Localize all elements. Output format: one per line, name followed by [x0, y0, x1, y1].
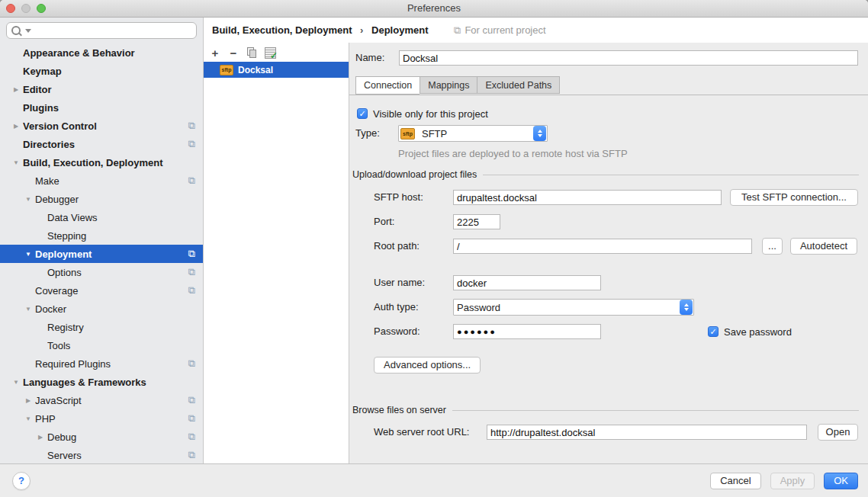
minimize-window-button[interactable]	[21, 4, 31, 13]
port-input[interactable]	[453, 214, 500, 229]
sidebar-item-label: Deployment	[35, 248, 184, 260]
visible-only-checkbox[interactable]: ✓	[357, 108, 368, 119]
type-label: Type:	[355, 125, 380, 142]
sidebar-item-plugins[interactable]: Plugins	[0, 98, 203, 117]
search-options-chevron-icon[interactable]	[25, 29, 31, 33]
sidebar-item-label: Data Views	[47, 212, 195, 223]
web-root-label: Web server root URL:	[374, 424, 469, 441]
sidebar-item-languages-frameworks[interactable]: ▼Languages & Frameworks	[0, 373, 203, 391]
sidebar-item-stepping[interactable]: Stepping	[0, 226, 203, 245]
sidebar-item-debugger[interactable]: ▼Debugger	[0, 190, 203, 208]
chevron-right-icon[interactable]: ▶	[34, 434, 47, 441]
visible-only-row: ✓ Visible only for this project	[357, 105, 488, 122]
save-password-checkbox[interactable]: ✓	[708, 326, 719, 337]
breadcrumb-page: Deployment	[371, 24, 428, 36]
tab-connection[interactable]: Connection	[355, 76, 420, 95]
use-as-default-button[interactable]	[265, 47, 276, 60]
scope-note: ⧉For current project	[449, 24, 546, 36]
root-path-input[interactable]	[453, 239, 752, 254]
close-window-button[interactable]	[6, 4, 15, 13]
window-title: Preferences	[0, 0, 868, 16]
sidebar-item-keymap[interactable]: Keymap	[0, 62, 203, 80]
server-list-item-docksal[interactable]: sftpDocksal	[204, 62, 349, 78]
scope-label: For current project	[465, 24, 545, 36]
breadcrumb: Build, Execution, Deployment › Deploymen…	[204, 18, 868, 43]
cancel-button[interactable]: Cancel	[710, 473, 760, 489]
settings-search-input[interactable]	[6, 22, 197, 39]
type-select[interactable]: sftp SFTP	[398, 125, 548, 142]
sftp-host-label: SFTP host:	[374, 189, 423, 206]
sidebar-item-data-views[interactable]: Data Views	[0, 208, 203, 226]
sidebar-item-label: Make	[35, 175, 184, 187]
ok-button[interactable]: OK	[824, 473, 858, 489]
name-input[interactable]	[399, 50, 858, 66]
sidebar-item-debug[interactable]: ▶Debug⧉	[0, 428, 203, 446]
user-name-input[interactable]	[453, 275, 601, 290]
sidebar-item-javascript[interactable]: ▶JavaScript⧉	[0, 391, 203, 409]
sidebar-item-version-control[interactable]: ▶Version Control⧉	[0, 117, 203, 135]
breadcrumb-section[interactable]: Build, Execution, Deployment	[212, 24, 352, 36]
advanced-options-button[interactable]: Advanced options...	[374, 357, 481, 374]
sidebar-item-registry[interactable]: Registry	[0, 318, 203, 336]
browse-section-label: Browse files on server	[352, 405, 446, 415]
browse-root-path-button[interactable]: ...	[762, 238, 783, 255]
autodetect-button[interactable]: Autodetect	[790, 238, 857, 255]
sidebar-item-build-execution-deployment[interactable]: ▼Build, Execution, Deployment	[0, 153, 203, 172]
upload-section-header: Upload/download project files	[352, 168, 859, 181]
tab-mappings[interactable]: Mappings	[420, 76, 477, 94]
tab-bar: ConnectionMappingsExcluded Paths	[349, 76, 868, 95]
zoom-window-button[interactable]	[37, 4, 46, 13]
sidebar-item-deployment[interactable]: ▼Deployment⧉	[0, 245, 203, 263]
help-button[interactable]: ?	[12, 472, 31, 490]
settings-sidebar: Appearance & BehaviorKeymap▶EditorPlugin…	[0, 18, 204, 463]
sidebar-item-appearance-behavior[interactable]: Appearance & Behavior	[0, 43, 203, 62]
sidebar-item-label: Options	[47, 267, 184, 278]
chevron-down-icon[interactable]: ▼	[21, 306, 35, 313]
sidebar-item-tools[interactable]: Tools	[0, 336, 203, 354]
auth-type-label: Auth type:	[374, 299, 419, 316]
sidebar-item-label: Version Control	[23, 120, 184, 132]
apply-button[interactable]: Apply	[770, 473, 815, 489]
test-sftp-connection-button[interactable]: Test SFTP connection...	[730, 189, 858, 206]
open-url-button[interactable]: Open	[818, 424, 858, 441]
copy-icon	[247, 47, 256, 58]
sftp-host-input[interactable]	[453, 190, 722, 205]
sidebar-item-required-plugins[interactable]: Required Plugins⧉	[0, 354, 203, 373]
chevron-down-icon[interactable]: ▼	[9, 159, 23, 166]
project-level-icon: ⧉	[188, 358, 195, 370]
root-path-label: Root path:	[374, 238, 420, 255]
sidebar-item-label: Coverage	[35, 285, 184, 297]
titlebar[interactable]: Preferences	[0, 0, 868, 18]
section-divider	[452, 410, 859, 411]
sidebar-item-make[interactable]: Make⧉	[0, 172, 203, 190]
auth-type-select[interactable]: Password	[453, 299, 694, 316]
sidebar-item-label: Required Plugins	[35, 358, 184, 370]
sidebar-item-label: Languages & Frameworks	[23, 377, 195, 388]
copy-server-button[interactable]	[246, 47, 257, 59]
sidebar-item-servers[interactable]: Servers⧉	[0, 446, 203, 463]
sidebar-item-label: Debugger	[35, 194, 195, 205]
sidebar-item-directories[interactable]: Directories⧉	[0, 135, 203, 153]
project-level-icon: ⧉	[454, 24, 461, 36]
chevron-right-icon[interactable]: ▶	[21, 397, 35, 404]
sidebar-item-options[interactable]: Options⧉	[0, 263, 203, 281]
sidebar-item-docker[interactable]: ▼Docker	[0, 300, 203, 318]
sidebar-item-coverage[interactable]: Coverage⧉	[0, 281, 203, 300]
add-server-button[interactable]: +	[210, 48, 220, 59]
chevron-down-icon[interactable]: ▼	[21, 415, 35, 422]
tab-excluded-paths[interactable]: Excluded Paths	[477, 76, 560, 94]
traffic-lights	[6, 4, 46, 13]
remove-server-button[interactable]: −	[228, 48, 239, 59]
sidebar-item-editor[interactable]: ▶Editor	[0, 80, 203, 98]
chevron-right-icon[interactable]: ▶	[9, 123, 23, 130]
chevron-right-icon[interactable]: ▶	[9, 86, 23, 93]
password-input[interactable]	[453, 324, 601, 339]
chevron-down-icon[interactable]: ▼	[21, 196, 35, 203]
sidebar-item-label: PHP	[35, 413, 184, 425]
search-icon	[11, 26, 21, 35]
chevron-down-icon[interactable]: ▼	[9, 379, 23, 386]
dialog-footer: ? Cancel Apply OK	[0, 463, 868, 497]
web-root-input[interactable]	[487, 425, 807, 440]
chevron-down-icon[interactable]: ▼	[21, 251, 35, 258]
sidebar-item-php[interactable]: ▼PHP⧉	[0, 409, 203, 428]
